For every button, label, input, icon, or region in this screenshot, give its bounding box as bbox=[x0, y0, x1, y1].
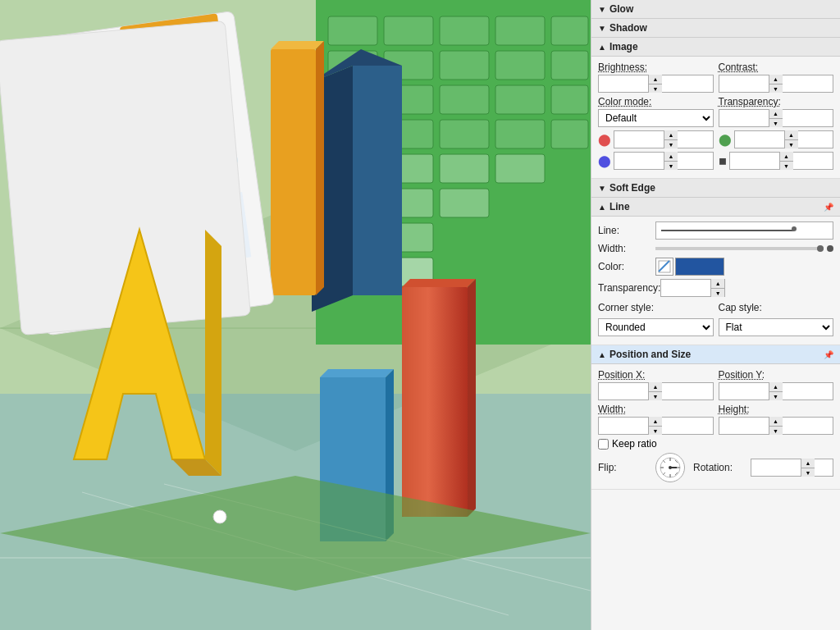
possize-section-header[interactable]: ▲ Position and Size 📌 bbox=[591, 345, 840, 364]
possize-section-content: Position X: -1,77 cm ▲ ▼ Position Y: -1,… bbox=[591, 364, 840, 490]
cap-style-select[interactable]: Flat Round Square bbox=[719, 319, 833, 336]
pos-x-up[interactable]: ▲ bbox=[649, 382, 662, 391]
channel4-input[interactable]: 1,00 ▲ ▼ bbox=[729, 152, 834, 170]
brightness-input[interactable]: 0 % ▲ ▼ bbox=[598, 75, 714, 93]
line-transparency-input[interactable]: 0 % ▲ ▼ bbox=[660, 279, 725, 297]
rotation-up[interactable]: ▲ bbox=[801, 459, 815, 468]
contrast-down[interactable]: ▼ bbox=[769, 84, 783, 93]
line-transparency-down[interactable]: ▼ bbox=[711, 288, 724, 297]
contrast-up[interactable]: ▲ bbox=[769, 75, 783, 84]
pos-x-value[interactable]: -1,77 cm bbox=[599, 383, 648, 399]
svg-rect-23 bbox=[495, 120, 545, 148]
colormode-select[interactable]: Default Grayscale Watermark bbox=[599, 110, 713, 126]
pos-y-down[interactable]: ▼ bbox=[769, 391, 783, 400]
svg-marker-38 bbox=[353, 66, 402, 295]
channel1-up[interactable]: ▲ bbox=[664, 130, 678, 139]
channel2-up[interactable]: ▲ bbox=[785, 130, 798, 139]
pos-y-label: Position Y: bbox=[719, 369, 834, 381]
cap-select-col: Flat Round Square bbox=[719, 318, 834, 336]
channel2-input[interactable]: 0 % ▲ ▼ bbox=[734, 130, 834, 148]
softedge-section-header[interactable]: ▼ Soft Edge bbox=[591, 179, 840, 198]
svg-point-85 bbox=[669, 466, 672, 469]
channel4-icon: ◼ bbox=[719, 155, 727, 167]
line-section-content: Line: Width: Color: bbox=[591, 217, 840, 345]
softedge-section-label: Soft Edge bbox=[609, 182, 655, 194]
glow-section-header[interactable]: ▼ Glow bbox=[591, 0, 840, 19]
svg-marker-60 bbox=[205, 230, 221, 476]
width-up[interactable]: ▲ bbox=[649, 417, 662, 426]
shadow-section-header[interactable]: ▼ Shadow bbox=[591, 19, 840, 38]
flip-dial[interactable] bbox=[655, 453, 685, 482]
pos-x-down[interactable]: ▼ bbox=[649, 391, 662, 400]
channel2-down[interactable]: ▼ bbox=[785, 139, 798, 148]
color-picker-icon[interactable] bbox=[655, 258, 673, 276]
height-down[interactable]: ▼ bbox=[769, 426, 783, 435]
brightness-down[interactable]: ▼ bbox=[649, 84, 662, 93]
pos-y-input[interactable]: -1,77 cm ▲ ▼ bbox=[719, 382, 834, 400]
rotation-input[interactable]: 0° ▲ ▼ bbox=[751, 459, 833, 477]
channel3-up[interactable]: ▲ bbox=[664, 152, 678, 161]
contrast-value[interactable]: 0 % bbox=[719, 75, 769, 92]
pos-x-input[interactable]: -1,77 cm ▲ ▼ bbox=[598, 382, 714, 400]
contrast-spinners: ▲ ▼ bbox=[769, 75, 783, 93]
rotation-value[interactable]: 0° bbox=[751, 459, 801, 476]
keep-ratio-checkbox[interactable] bbox=[598, 439, 609, 450]
pos-y-value[interactable]: -1,77 cm bbox=[719, 383, 769, 399]
width-value[interactable]: 55,61 cm bbox=[599, 418, 648, 434]
width-dot bbox=[827, 245, 833, 252]
channel4-col: ◼ 1,00 ▲ ▼ bbox=[719, 152, 834, 170]
colormode-label: Color mode: bbox=[598, 96, 714, 107]
channel1-value[interactable]: 0 % bbox=[614, 131, 664, 148]
transparency-up[interactable]: ▲ bbox=[769, 109, 783, 118]
svg-rect-5 bbox=[328, 16, 377, 45]
line-transparency-up[interactable]: ▲ bbox=[711, 279, 724, 288]
image-section-header[interactable]: ▲ Image bbox=[591, 38, 840, 57]
cap-style-select-wrapper[interactable]: Flat Round Square bbox=[719, 318, 834, 336]
height-value[interactable]: 31,28 cm bbox=[719, 418, 769, 434]
color-label: Color: bbox=[598, 261, 655, 272]
contrast-label: Contrast: bbox=[719, 62, 834, 73]
channel4-value[interactable]: 1,00 bbox=[730, 153, 779, 169]
colormode-transparency-row: Color mode: Default Grayscale Watermark … bbox=[598, 96, 833, 127]
possize-section-label: Position and Size bbox=[609, 349, 691, 360]
colormode-select-wrapper[interactable]: Default Grayscale Watermark bbox=[598, 109, 714, 127]
channel2-value[interactable]: 0 % bbox=[735, 131, 784, 148]
channel3-down[interactable]: ▼ bbox=[664, 161, 678, 170]
transparency-value[interactable]: 0 % bbox=[719, 110, 769, 126]
width-input[interactable]: 55,61 cm ▲ ▼ bbox=[598, 417, 714, 435]
width-down[interactable]: ▼ bbox=[649, 426, 662, 435]
line-section-header[interactable]: ▲ Line 📌 bbox=[591, 198, 840, 217]
transparency-down[interactable]: ▼ bbox=[769, 118, 783, 127]
transparency-spinners: ▲ ▼ bbox=[769, 109, 783, 127]
line-section-label: Line bbox=[609, 201, 630, 212]
corner-style-select-wrapper[interactable]: Rounded Sharp Beveled bbox=[598, 318, 714, 336]
channel3-value[interactable]: 0 % bbox=[614, 153, 664, 169]
corner-style-col: Corner style: bbox=[598, 302, 714, 315]
channel4-up[interactable]: ▲ bbox=[780, 152, 793, 161]
transparency-input[interactable]: 0 % ▲ ▼ bbox=[719, 109, 834, 127]
color-swatch[interactable] bbox=[675, 258, 724, 276]
line-transparency-row: Transparency: 0 % ▲ ▼ bbox=[598, 279, 833, 297]
brightness-up[interactable]: ▲ bbox=[649, 75, 662, 84]
svg-rect-27 bbox=[440, 154, 489, 183]
height-input[interactable]: 31,28 cm ▲ ▼ bbox=[719, 417, 834, 435]
brightness-value[interactable]: 0 % bbox=[599, 75, 648, 92]
height-up[interactable]: ▲ bbox=[769, 417, 783, 426]
contrast-input[interactable]: 0 % ▲ ▼ bbox=[719, 75, 834, 93]
svg-rect-17 bbox=[440, 85, 489, 114]
channel3-icon: ⬤ bbox=[598, 154, 611, 167]
channel3-input[interactable]: 0 % ▲ ▼ bbox=[614, 152, 714, 170]
line-style-preview[interactable] bbox=[655, 221, 833, 240]
line-transparency-label: Transparency: bbox=[598, 282, 660, 294]
pos-y-up[interactable]: ▲ bbox=[769, 382, 783, 391]
svg-rect-39 bbox=[271, 49, 316, 295]
channel4-down[interactable]: ▼ bbox=[780, 161, 793, 170]
corner-style-select[interactable]: Rounded Sharp Beveled bbox=[599, 319, 713, 336]
keep-ratio-label: Keep ratio bbox=[612, 438, 657, 450]
canvas-area[interactable] bbox=[0, 0, 591, 630]
channel1-input[interactable]: 0 % ▲ ▼ bbox=[614, 130, 714, 148]
line-pin-icon: 📌 bbox=[824, 203, 833, 212]
rotation-down[interactable]: ▼ bbox=[801, 468, 815, 477]
channel1-down[interactable]: ▼ bbox=[664, 139, 678, 148]
line-transparency-value[interactable]: 0 % bbox=[661, 280, 710, 296]
